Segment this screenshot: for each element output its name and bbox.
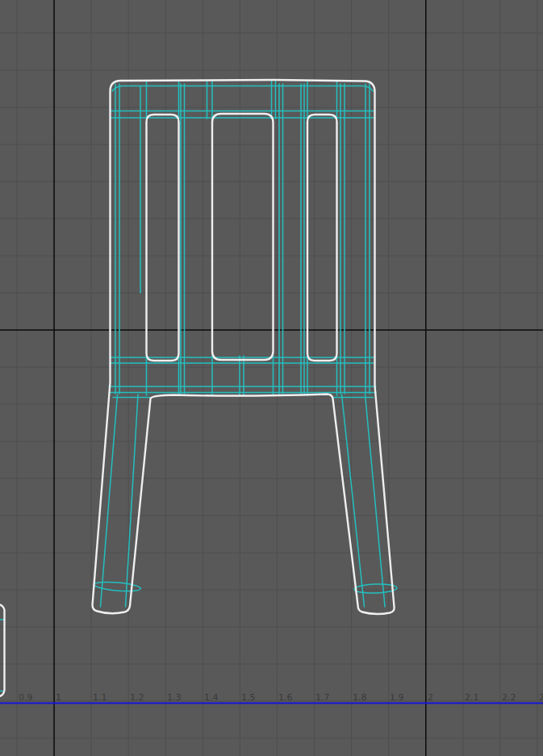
ruler-label: 2 (428, 692, 433, 703)
ruler-label: 1.2 (130, 692, 144, 703)
ruler-label: 1.8 (353, 692, 367, 703)
ruler-label: 1.5 (241, 692, 256, 703)
viewport-canvas[interactable]: 0.911.11.21.31.41.51.61.71.81.922.12.22.… (0, 0, 543, 756)
ruler-labels: 0.911.11.21.31.41.51.61.71.81.922.12.22.… (19, 692, 543, 703)
ruler-label: 2.2 (502, 692, 516, 703)
ruler-label: 1.3 (167, 692, 182, 703)
viewport-3d[interactable]: 0.911.11.21.31.41.51.61.71.81.922.12.22.… (0, 0, 543, 756)
ruler-label: 1.1 (93, 692, 107, 703)
ruler-label: 2.1 (465, 692, 479, 703)
ruler-label: 2.3 (539, 692, 543, 703)
ruler-label: 1 (56, 692, 61, 703)
ruler-label: 0.9 (19, 692, 33, 703)
ruler-label: 1.6 (278, 692, 293, 703)
ruler-label: 1.4 (204, 692, 219, 703)
ruler-label: 1.9 (390, 692, 404, 703)
ruler-label: 1.7 (315, 692, 330, 703)
